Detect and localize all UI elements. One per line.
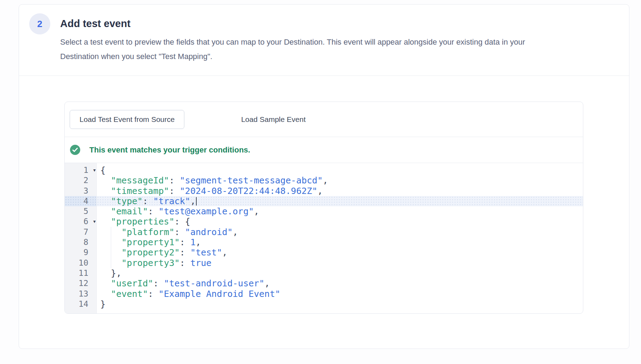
gutter-line: 3 [65, 186, 96, 196]
code-line[interactable]: "property2": "test", [97, 247, 583, 258]
gutter-line: 12 [65, 278, 96, 288]
indent-guide [111, 227, 111, 268]
line-number: 9 [65, 247, 96, 258]
check-circle-icon [70, 145, 80, 155]
card-header: 2 Add test event Select a test event to … [19, 5, 629, 76]
code-line[interactable]: "userId": "test-android-user", [97, 278, 583, 288]
line-number: 2 [65, 175, 96, 186]
code-line[interactable]: "property3": true [97, 258, 583, 268]
status-row: This event matches your trigger conditio… [65, 137, 583, 163]
line-number: 4 [65, 196, 96, 206]
line-number: 1 [65, 165, 96, 175]
code-line[interactable]: "property1": 1, [97, 237, 583, 247]
card-description: Select a test event to preview the field… [60, 35, 549, 64]
code-line[interactable]: { [97, 165, 583, 175]
code-line[interactable]: "messageId": "segment-test-message-abcd"… [97, 175, 583, 186]
line-number: 10 [65, 258, 96, 268]
editor-code[interactable]: { "messageId": "segment-test-message-abc… [97, 163, 583, 313]
fold-arrow-icon[interactable]: ▾ [93, 165, 96, 175]
code-line[interactable]: "email": "test@example.org", [97, 206, 583, 216]
gutter-line: 9 [65, 247, 96, 258]
gutter-line: 1▾ [65, 165, 96, 175]
fold-arrow-icon[interactable]: ▾ [93, 216, 96, 227]
gutter-line: 5 [65, 206, 96, 216]
gutter-line: 13 [65, 289, 96, 299]
gutter-line: 14 [65, 299, 96, 309]
line-number: 14 [65, 299, 96, 309]
json-code-editor[interactable]: 1▾23456▾7891011121314 { "messageId": "se… [65, 163, 583, 313]
line-number: 13 [65, 289, 96, 299]
code-line[interactable]: } [97, 299, 583, 309]
gutter-line: 4 [65, 196, 96, 206]
status-message: This event matches your trigger conditio… [89, 145, 250, 155]
line-number: 6 [65, 216, 96, 227]
gutter-line: 10 [65, 258, 96, 268]
code-line[interactable]: "type": "track", [97, 196, 583, 206]
line-number: 7 [65, 227, 96, 237]
code-line[interactable]: "event": "Example Android Event" [97, 289, 583, 299]
page-title: Add test event [60, 18, 131, 30]
code-line[interactable]: "timestamp": "2024-08-20T22:44:48.962Z", [97, 186, 583, 196]
load-test-event-button[interactable]: Load Test Event from Source [70, 110, 184, 129]
test-event-panel: Load Test Event from Source Load Sample … [64, 102, 583, 314]
gutter-line: 8 [65, 237, 96, 247]
toolbar: Load Test Event from Source Load Sample … [65, 102, 583, 137]
gutter-line: 2 [65, 175, 96, 186]
load-sample-event-button[interactable]: Load Sample Event [241, 115, 305, 124]
line-number: 12 [65, 278, 96, 288]
step-number-badge: 2 [29, 13, 50, 34]
line-number: 5 [65, 206, 96, 216]
line-number: 11 [65, 268, 96, 278]
code-line[interactable]: "platform": "android", [97, 227, 583, 237]
code-line[interactable]: }, [97, 268, 583, 278]
code-line[interactable]: "properties": { [97, 216, 583, 227]
gutter-line: 7 [65, 227, 96, 237]
line-number: 8 [65, 237, 96, 247]
line-number: 3 [65, 186, 96, 196]
editor-gutter: 1▾23456▾7891011121314 [65, 163, 97, 313]
gutter-line: 6▾ [65, 216, 96, 227]
add-test-event-card: 2 Add test event Select a test event to … [19, 4, 629, 349]
gutter-line: 11 [65, 268, 96, 278]
text-cursor [196, 197, 197, 206]
